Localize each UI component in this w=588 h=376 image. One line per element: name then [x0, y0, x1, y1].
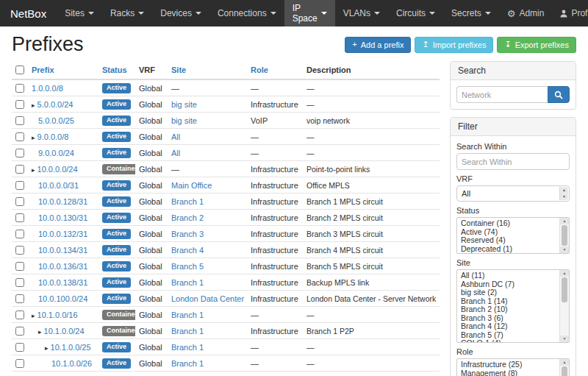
filter-option[interactable]: Deprecated (1) [461, 245, 557, 254]
import-prefixes-button[interactable]: ↥ Import prefixes [415, 37, 493, 53]
status-multiselect[interactable]: Container (16)Active (74)Reserved (4)Dep… [456, 217, 570, 254]
nav-item-connections[interactable]: Connections [209, 0, 284, 26]
scroll-up-icon[interactable]: ▲ [560, 218, 569, 224]
row-checkbox[interactable] [15, 311, 24, 319]
scroll-down-icon[interactable]: ▼ [560, 246, 569, 253]
prefix-link[interactable]: 9.0.0.0/24 [38, 149, 74, 157]
column-header-role[interactable]: Role [247, 61, 303, 79]
row-checkbox[interactable] [15, 246, 24, 255]
export-prefixes-button[interactable]: ↧ Export prefixes [497, 37, 576, 53]
expand-icon[interactable]: ▸ [32, 102, 35, 109]
filter-option[interactable]: Reserved (4) [461, 236, 557, 245]
site-link[interactable]: All [171, 132, 180, 141]
site-link[interactable]: Branch 5 [171, 262, 204, 271]
select-all-checkbox[interactable] [15, 65, 24, 74]
filter-option[interactable]: COLO-1 (4) [461, 339, 557, 343]
row-checkbox[interactable] [15, 132, 24, 141]
nav-item-devices[interactable]: Devices [152, 0, 209, 26]
expand-icon[interactable]: ▸ [45, 344, 49, 352]
nav-item-vlans[interactable]: VLANs [335, 0, 388, 26]
search-within-input[interactable] [456, 153, 570, 170]
scrollbar-thumb[interactable] [562, 366, 567, 376]
site-link[interactable]: Branch 1 [171, 311, 204, 319]
prefix-link[interactable]: 10.1.0.0/24 [44, 327, 85, 336]
column-header-prefix[interactable]: Prefix [28, 61, 98, 79]
filter-option[interactable]: Container (16) [461, 219, 557, 228]
scrollbar[interactable]: ▲▼ [559, 359, 569, 376]
row-checkbox[interactable] [15, 213, 24, 222]
row-checkbox[interactable] [15, 327, 24, 336]
site-link[interactable]: All [171, 149, 180, 157]
site-link[interactable]: Branch 1 [171, 278, 204, 287]
scrollbar-thumb[interactable] [562, 225, 567, 246]
scrollbar-track[interactable] [560, 277, 569, 336]
row-checkbox[interactable] [15, 278, 24, 287]
row-checkbox[interactable] [15, 149, 24, 157]
expand-icon[interactable]: ▸ [38, 328, 42, 336]
filter-option[interactable]: Branch 4 (12) [461, 322, 557, 331]
site-link[interactable]: Branch 1 [171, 197, 204, 206]
filter-option[interactable]: Infrastructure (25) [461, 361, 557, 369]
row-checkbox[interactable] [15, 165, 24, 174]
site-link[interactable]: Branch 3 [171, 230, 204, 238]
scroll-up-icon[interactable]: ▲ [560, 359, 569, 366]
prefix-link[interactable]: 10.0.0.138/31 [38, 278, 87, 287]
expand-icon[interactable]: ▸ [32, 166, 35, 174]
row-checkbox[interactable] [15, 100, 24, 109]
row-checkbox[interactable] [15, 262, 24, 271]
nav-item-racks[interactable]: Racks [102, 0, 152, 26]
filter-option[interactable]: Branch 2 (10) [461, 305, 557, 314]
row-checkbox[interactable] [15, 359, 24, 368]
site-link[interactable]: Main Office [171, 181, 212, 190]
app-logo[interactable]: NetBox [0, 0, 57, 26]
nav-item-ip-space[interactable]: IP Space [284, 0, 335, 26]
site-link[interactable]: big site [171, 116, 197, 125]
scrollbar[interactable]: ▲▼ [559, 270, 569, 342]
site-link[interactable]: big site [171, 100, 197, 109]
row-checkbox[interactable] [15, 84, 24, 93]
row-checkbox[interactable] [15, 343, 24, 352]
column-header-status[interactable]: Status [98, 61, 135, 79]
vrf-select[interactable]: All ▲▼ [456, 185, 570, 202]
prefix-link[interactable]: 5.0.0.0/24 [37, 100, 74, 109]
row-checkbox[interactable] [15, 230, 24, 238]
site-link[interactable]: Branch 1 [171, 327, 204, 336]
search-input[interactable] [456, 86, 548, 103]
row-checkbox[interactable] [15, 116, 24, 125]
prefix-link[interactable]: 10.1.0.0/16 [37, 311, 78, 319]
prefix-link[interactable]: 10.0.0.136/31 [38, 262, 87, 271]
add-prefix-button[interactable]: + Add a prefix [345, 37, 411, 53]
row-checkbox[interactable] [15, 181, 24, 190]
filter-option[interactable]: All (11) [461, 272, 557, 280]
prefix-link[interactable]: 10.1.0.0/25 [51, 343, 91, 352]
prefix-link[interactable]: 10.0.0.0/31 [38, 181, 79, 190]
site-link[interactable]: Branch 2 [171, 213, 204, 222]
site-link[interactable]: Branch 4 [171, 246, 204, 255]
prefix-link[interactable]: 10.1.0.0/26 [51, 359, 92, 368]
scrollbar[interactable]: ▲▼ [559, 218, 569, 253]
site-link[interactable]: Branch 1 [171, 359, 204, 368]
prefix-link[interactable]: 10.0.0.130/31 [38, 213, 87, 222]
expand-icon[interactable]: ▸ [32, 134, 35, 141]
nav-item-secrets[interactable]: Secrets [443, 0, 499, 26]
expand-icon[interactable]: ▸ [32, 312, 35, 319]
scroll-up-icon[interactable]: ▲ [560, 270, 569, 277]
scrollbar-track[interactable] [560, 224, 569, 246]
prefix-link[interactable]: 5.0.0.0/25 [38, 116, 74, 125]
scroll-down-icon[interactable]: ▼ [560, 336, 569, 342]
prefix-link[interactable]: 10.0.0.0/24 [37, 165, 78, 174]
prefix-link[interactable]: 10.0.0.128/31 [38, 197, 87, 206]
scrollbar-track[interactable] [560, 366, 569, 376]
column-header-site[interactable]: Site [168, 61, 247, 79]
admin-link[interactable]: ⚙ Admin [499, 0, 553, 26]
site-link[interactable]: Branch 1 [171, 343, 204, 352]
site-link[interactable]: London Data Center [171, 294, 244, 303]
profile-link[interactable]: Profile [552, 0, 588, 26]
prefix-link[interactable]: 10.0.0.134/31 [38, 246, 87, 255]
prefix-link[interactable]: 1.0.0.0/8 [32, 84, 63, 93]
scrollbar-thumb[interactable] [562, 277, 567, 302]
site-multiselect[interactable]: All (11)Ashburn DC (7)big site (2)Branch… [456, 269, 570, 343]
filter-option[interactable]: Management (8) [461, 369, 557, 376]
prefix-link[interactable]: 10.0.100.0/24 [38, 294, 87, 303]
nav-item-circuits[interactable]: Circuits [388, 0, 443, 26]
